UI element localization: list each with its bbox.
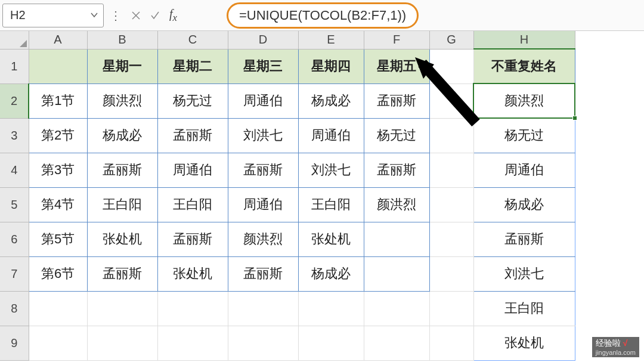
watermark-brand: 经验啦 [596, 338, 621, 348]
cell-H4[interactable]: 周通伯 [473, 153, 575, 187]
cell-B8[interactable] [87, 291, 157, 326]
cell-G3[interactable] [429, 118, 473, 153]
row-header-1[interactable]: 1 [0, 49, 29, 83]
cell-C5[interactable]: 王白阳 [157, 187, 228, 222]
chevron-down-icon[interactable] [90, 8, 98, 22]
cell-C6[interactable]: 孟丽斯 [157, 222, 228, 256]
cell-B4[interactable]: 孟丽斯 [87, 153, 157, 187]
cell-C3[interactable]: 孟丽斯 [157, 118, 228, 153]
cell-D4[interactable]: 孟丽斯 [228, 153, 298, 187]
cell-G6[interactable] [429, 222, 473, 256]
cell-D3[interactable]: 刘洪七 [228, 118, 298, 153]
cell-B7[interactable]: 孟丽斯 [87, 256, 157, 291]
col-header-F[interactable]: F [364, 31, 429, 49]
cell-A9[interactable] [29, 326, 87, 360]
row-header-7[interactable]: 7 [0, 256, 29, 291]
cell-F8[interactable] [364, 291, 429, 326]
cell-D2[interactable]: 周通伯 [228, 83, 298, 118]
name-box[interactable]: H2 [2, 4, 104, 27]
cell-G5[interactable] [429, 187, 473, 222]
cell-H1[interactable]: 不重复姓名 [473, 49, 575, 83]
cell-H2[interactable]: 颜洪烈 [473, 83, 575, 118]
cell-A3[interactable]: 第2节 [29, 118, 87, 153]
cell-E7[interactable]: 杨成必 [298, 256, 364, 291]
cell-B2[interactable]: 颜洪烈 [87, 83, 157, 118]
col-header-E[interactable]: E [298, 31, 364, 49]
cell-E8[interactable] [298, 291, 364, 326]
cell-D8[interactable] [228, 291, 298, 326]
cell-E6[interactable]: 张处机 [298, 222, 364, 256]
cell-D1[interactable]: 星期三 [228, 49, 298, 83]
select-all-corner[interactable] [0, 31, 29, 49]
cell-G7[interactable] [429, 256, 473, 291]
col-header-H[interactable]: H [473, 31, 575, 49]
fx-icon[interactable]: fx [165, 7, 182, 24]
cell-G1[interactable] [429, 49, 473, 83]
cell-F2[interactable]: 孟丽斯 [364, 83, 429, 118]
cell-F9[interactable] [364, 326, 429, 360]
cell-G9[interactable] [429, 326, 473, 360]
cell-C1[interactable]: 星期二 [157, 49, 228, 83]
cell-G4[interactable] [429, 153, 473, 187]
row-header-6[interactable]: 6 [0, 222, 29, 256]
cell-B5[interactable]: 王白阳 [87, 187, 157, 222]
col-header-G[interactable]: G [429, 31, 473, 49]
fill-handle[interactable] [572, 116, 577, 120]
col-header-C[interactable]: C [157, 31, 228, 49]
cell-C4[interactable]: 周通伯 [157, 153, 228, 187]
cell-F4[interactable]: 孟丽斯 [364, 153, 429, 187]
cell-G2[interactable] [429, 83, 473, 118]
cell-C9[interactable] [157, 326, 228, 360]
cell-C8[interactable] [157, 291, 228, 326]
cell-E2[interactable]: 杨成必 [298, 83, 364, 118]
divider-icon: ⋮ [106, 8, 126, 23]
cell-A8[interactable] [29, 291, 87, 326]
cell-H3[interactable]: 杨无过 [473, 118, 575, 153]
cell-D6[interactable]: 颜洪烈 [228, 222, 298, 256]
cell-D9[interactable] [228, 326, 298, 360]
cell-B9[interactable] [87, 326, 157, 360]
cell-E5[interactable]: 王白阳 [298, 187, 364, 222]
cell-B3[interactable]: 杨成必 [87, 118, 157, 153]
cell-A7[interactable]: 第6节 [29, 256, 87, 291]
cell-E9[interactable] [298, 326, 364, 360]
row-header-5[interactable]: 5 [0, 187, 29, 222]
cell-C7[interactable]: 张处机 [157, 256, 228, 291]
cancel-button[interactable] [126, 4, 145, 27]
col-header-A[interactable]: A [29, 31, 87, 49]
cell-F3[interactable]: 杨无过 [364, 118, 429, 153]
cell-H5[interactable]: 杨成必 [473, 187, 575, 222]
row-header-2[interactable]: 2 [0, 83, 29, 118]
cell-D7[interactable]: 孟丽斯 [228, 256, 298, 291]
cell-A5[interactable]: 第4节 [29, 187, 87, 222]
row-header-4[interactable]: 4 [0, 153, 29, 187]
col-header-B[interactable]: B [87, 31, 157, 49]
cell-E4[interactable]: 刘洪七 [298, 153, 364, 187]
cell-H6[interactable]: 孟丽斯 [473, 222, 575, 256]
cell-B6[interactable]: 张处机 [87, 222, 157, 256]
cell-F6[interactable] [364, 222, 429, 256]
cell-A6[interactable]: 第5节 [29, 222, 87, 256]
cell-F1[interactable]: 星期五 [364, 49, 429, 83]
row-header-9[interactable]: 9 [0, 326, 29, 360]
cell-D5[interactable]: 周通伯 [228, 187, 298, 222]
x-icon [131, 10, 141, 21]
cell-H8[interactable]: 王白阳 [473, 291, 575, 326]
cell-B1[interactable]: 星期一 [87, 49, 157, 83]
cell-A1[interactable] [29, 49, 87, 83]
row-header-8[interactable]: 8 [0, 291, 29, 326]
cell-G8[interactable] [429, 291, 473, 326]
cell-E1[interactable]: 星期四 [298, 49, 364, 83]
confirm-button[interactable] [145, 4, 165, 27]
cell-C2[interactable]: 杨无过 [157, 83, 228, 118]
cell-F7[interactable] [364, 256, 429, 291]
formula-input[interactable]: =UNIQUE(TOCOL(B2:F7,1)) [227, 2, 419, 29]
cell-H7[interactable]: 刘洪七 [473, 256, 575, 291]
cell-E3[interactable]: 周通伯 [298, 118, 364, 153]
cell-A4[interactable]: 第3节 [29, 153, 87, 187]
cell-H9[interactable]: 张处机 [473, 326, 575, 360]
row-header-3[interactable]: 3 [0, 118, 29, 153]
cell-A2[interactable]: 第1节 [29, 83, 87, 118]
cell-F5[interactable]: 颜洪烈 [364, 187, 429, 222]
col-header-D[interactable]: D [228, 31, 298, 49]
